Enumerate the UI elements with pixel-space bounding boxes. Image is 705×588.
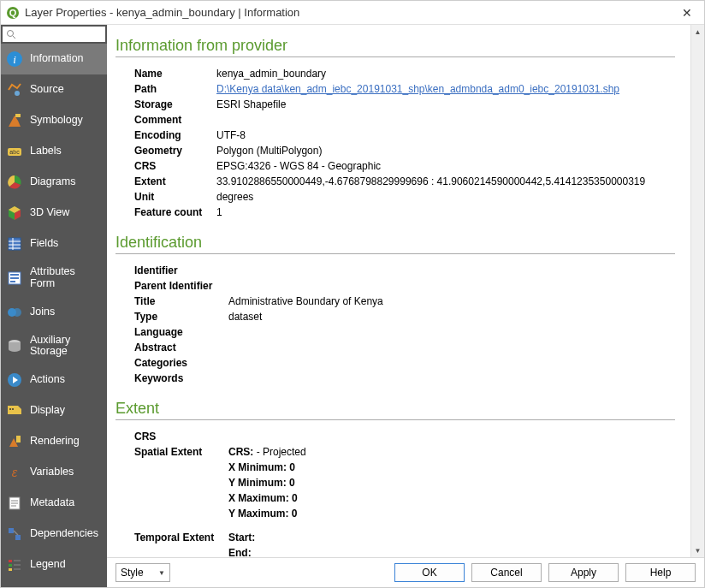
svg-rect-25 bbox=[16, 436, 21, 442]
sidebar-item-variables[interactable]: ε Variables bbox=[1, 457, 107, 488]
style-dropdown-label: Style bbox=[121, 567, 144, 579]
svg-rect-7 bbox=[15, 114, 21, 117]
sidebar-item-diagrams[interactable]: Diagrams bbox=[1, 167, 107, 198]
apply-button[interactable]: Apply bbox=[548, 563, 619, 582]
sidebar-item-metadata[interactable]: Metadata bbox=[1, 488, 107, 519]
svg-rect-32 bbox=[15, 535, 21, 540]
sidebar-item-dependencies[interactable]: Dependencies bbox=[1, 519, 107, 549]
help-button[interactable]: Help bbox=[625, 563, 696, 582]
deps-icon bbox=[6, 526, 23, 543]
label: Identifier bbox=[134, 263, 228, 278]
sidebar-item-labels[interactable]: abc Labels bbox=[1, 136, 107, 167]
ok-button[interactable]: OK bbox=[394, 563, 465, 582]
label: Feature count bbox=[134, 205, 216, 220]
sidebar-item-label: Auxiliary Storage bbox=[30, 335, 102, 359]
sidebar-item-information[interactable]: i Information bbox=[1, 44, 107, 74]
value: EPSG:4326 - WGS 84 - Geographic bbox=[216, 158, 381, 174]
display-icon bbox=[6, 402, 23, 419]
svg-rect-16 bbox=[10, 274, 19, 276]
sidebar-item-rendering[interactable]: Rendering bbox=[1, 426, 107, 457]
sidebar-item-label: Display bbox=[30, 405, 65, 417]
svg-line-3 bbox=[13, 36, 15, 39]
temporal-extent-values: Start: End: bbox=[228, 530, 675, 557]
svg-point-6 bbox=[15, 91, 20, 96]
cancel-button[interactable]: Cancel bbox=[471, 563, 542, 582]
fields-icon bbox=[6, 235, 23, 252]
svg-rect-17 bbox=[10, 277, 19, 279]
sidebar-item-source[interactable]: Source bbox=[1, 74, 107, 105]
path-link[interactable]: D:\Kenya data\ken_adm_iebc_20191031_shp\… bbox=[216, 81, 619, 97]
value: dataset bbox=[228, 309, 262, 324]
sidebar-item-label: Variables bbox=[30, 466, 74, 478]
symbology-icon bbox=[6, 112, 23, 129]
value: kenya_admin_boundary bbox=[216, 66, 326, 81]
sidebar-item-label: Rendering bbox=[30, 436, 80, 448]
svg-point-23 bbox=[9, 408, 11, 410]
label: Title bbox=[134, 294, 228, 309]
value: ESRI Shapefile bbox=[216, 97, 286, 112]
chevron-down-icon: ▼ bbox=[158, 569, 165, 577]
label: Extent bbox=[134, 174, 216, 189]
3d-icon bbox=[6, 205, 23, 222]
actions-icon bbox=[6, 371, 23, 389]
sidebar-search-input[interactable] bbox=[3, 27, 105, 42]
label: Abstract bbox=[134, 340, 228, 355]
sidebar-item-symbology[interactable]: Symbology bbox=[1, 105, 107, 136]
sidebar-item-legend[interactable]: Legend bbox=[1, 549, 107, 580]
sidebar-item-label: Diagrams bbox=[30, 176, 76, 188]
svg-rect-35 bbox=[9, 564, 12, 567]
svg-text:Q: Q bbox=[9, 8, 17, 18]
info-icon: i bbox=[6, 50, 23, 68]
close-button[interactable]: ✕ bbox=[675, 1, 699, 25]
sidebar-item-label: Joins bbox=[30, 306, 55, 318]
value: 1 bbox=[216, 205, 222, 220]
svg-text:i: i bbox=[13, 53, 16, 66]
section-heading-extent: Extent bbox=[116, 400, 675, 420]
label: Spatial Extent bbox=[134, 444, 228, 521]
value: 33.9102886550000449,-4.6768798829999696 … bbox=[216, 174, 645, 189]
sidebar-item-fields[interactable]: Fields bbox=[1, 229, 107, 259]
joins-icon bbox=[6, 304, 23, 321]
sidebar-item-label: Actions bbox=[30, 374, 65, 386]
svg-rect-18 bbox=[10, 281, 15, 282]
label: Type bbox=[134, 309, 228, 324]
sidebar-item-actions[interactable]: Actions bbox=[1, 365, 107, 395]
style-dropdown[interactable]: Style ▼ bbox=[116, 563, 170, 582]
variables-icon: ε bbox=[6, 464, 23, 481]
sidebar-item-label: Source bbox=[30, 84, 64, 96]
sidebar-item-aux-storage[interactable]: Auxiliary Storage bbox=[1, 328, 107, 365]
svg-rect-31 bbox=[9, 528, 14, 533]
sidebar-item-label: Legend bbox=[30, 559, 66, 571]
svg-point-20 bbox=[13, 308, 21, 317]
section-heading-provider: Information from provider bbox=[116, 37, 675, 57]
labels-icon: abc bbox=[6, 143, 23, 160]
dialog-footer: Style ▼ OK Cancel Apply Help bbox=[107, 557, 704, 587]
scroll-up-arrow[interactable]: ▲ bbox=[691, 25, 704, 39]
sidebar: i Information Source Symbology abc Label… bbox=[1, 25, 107, 587]
value: UTF-8 bbox=[216, 128, 246, 143]
sidebar-item-label: Attributes Form bbox=[30, 266, 102, 290]
scroll-down-arrow[interactable]: ▼ bbox=[691, 543, 704, 557]
sidebar-item-attributes-form[interactable]: Attributes Form bbox=[1, 259, 107, 297]
value: Polygon (MultiPolygon) bbox=[216, 143, 322, 158]
value: Administrative Boundary of Kenya bbox=[228, 294, 383, 309]
app-icon: Q bbox=[6, 6, 20, 20]
svg-point-24 bbox=[12, 408, 14, 410]
legend-icon bbox=[6, 556, 23, 573]
sidebar-item-label: 3D View bbox=[30, 207, 69, 219]
sidebar-item-display[interactable]: Display bbox=[1, 395, 107, 426]
label: Geometry bbox=[134, 143, 216, 158]
label: CRS bbox=[134, 158, 216, 174]
sidebar-item-label: Dependencies bbox=[30, 528, 98, 540]
content-panel: Information from provider Namekenya_admi… bbox=[107, 25, 690, 557]
aux-icon bbox=[6, 337, 23, 354]
titlebar: Q Layer Properties - kenya_admin_boundar… bbox=[1, 1, 704, 25]
sidebar-item-label: Labels bbox=[30, 146, 62, 157]
diagrams-icon bbox=[6, 174, 23, 191]
vertical-scrollbar[interactable]: ▲ ▼ bbox=[690, 25, 704, 557]
svg-rect-34 bbox=[9, 560, 12, 562]
sidebar-item-3dview[interactable]: 3D View bbox=[1, 198, 107, 229]
sidebar-item-joins[interactable]: Joins bbox=[1, 297, 107, 328]
svg-line-33 bbox=[14, 531, 18, 535]
section-heading-identification: Identification bbox=[116, 234, 675, 254]
